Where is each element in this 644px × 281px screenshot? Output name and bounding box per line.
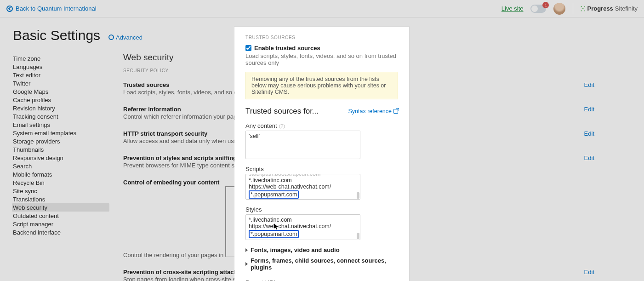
scripts-field: Scripts stackpath.bootstrapcdn.com *.liv…	[245, 166, 398, 200]
setting-title: Prevention of styles and scripts sniffin…	[123, 155, 251, 161]
styles-highlight: *.popupsmart.com	[249, 230, 299, 238]
trusted-title: Trusted sources for...	[245, 107, 319, 116]
trusted-sources-modal: TRUSTED SOURCES Enable trusted sources L…	[234, 27, 409, 281]
scripts-highlight: *.popupsmart.com	[249, 190, 299, 199]
edit-link[interactable]: Edit	[584, 81, 631, 88]
styles-label: Styles	[245, 206, 262, 213]
gear-icon	[108, 34, 114, 40]
sidebar-item-languages[interactable]: Languages	[13, 63, 109, 71]
chevron-right-icon	[245, 262, 248, 266]
back-label: Back to Quantum International	[16, 5, 97, 12]
dark-mode-toggle-wrap: 1	[530, 5, 546, 13]
styles-line: https://web-chat.nativechat.com/	[249, 223, 357, 229]
scripts-line: stackpath.bootstrapcdn.com	[249, 174, 357, 177]
sidebar-item-email-settings[interactable]: Email settings	[13, 120, 109, 129]
topbar: Back to Quantum International Live site …	[0, 0, 644, 17]
brand-icon: ⵘ	[581, 5, 585, 12]
report-url-label: Report URL	[245, 279, 277, 281]
styles-line: *.livechatinc.com	[249, 217, 357, 223]
scripts-textarea[interactable]: stackpath.bootstrapcdn.com *.livechatinc…	[245, 174, 360, 200]
page-title: Basic Settings	[13, 28, 100, 43]
sidebar-item-tracking-consent[interactable]: Tracking consent	[13, 112, 109, 120]
sidebar-item-google-maps[interactable]: Google Maps	[13, 87, 109, 96]
setting-desc: Prevent browsers for MIME type content s…	[123, 162, 251, 169]
report-url-field: Report URL (?)	[245, 279, 398, 281]
sidebar-item-twitter[interactable]: Twitter	[13, 79, 109, 87]
sidebar-item-web-security[interactable]: Web security	[12, 203, 109, 212]
help-icon[interactable]: (?)	[279, 123, 285, 129]
sidebar-item-translations[interactable]: Translations	[13, 195, 109, 203]
avatar[interactable]	[553, 3, 565, 15]
sidebar-item-thumbnails[interactable]: Thumbnails	[13, 145, 109, 154]
sidebar-item-revision-history[interactable]: Revision history	[13, 104, 109, 112]
expander-fonts-label: Fonts, images, video and audio	[251, 247, 340, 253]
scrollbar-thumb[interactable]	[357, 192, 359, 199]
any-content-label: Any content	[245, 122, 277, 129]
brand: ⵘ Progress Sitefinity	[581, 5, 638, 12]
enable-checkbox[interactable]	[245, 45, 251, 51]
sidebar-item-script-manager[interactable]: Script manager	[13, 220, 109, 228]
sidebar-item-time-zone[interactable]: Time zone	[13, 54, 109, 63]
scripts-label: Scripts	[245, 166, 264, 172]
syntax-reference-label: Syntax reference	[348, 108, 392, 115]
trusted-header: Trusted sources for... Syntax reference	[245, 107, 398, 116]
enable-label: Enable trusted sources	[254, 45, 320, 52]
scripts-line: https://web-chat.nativechat.com/	[249, 184, 357, 190]
styles-textarea[interactable]: *.livechatinc.com https://web-chat.nativ…	[245, 214, 360, 240]
topbar-right: Live site 1 ⵘ Progress Sitefinity	[502, 3, 638, 15]
sidebar-item-cache-profiles[interactable]: Cache profiles	[13, 96, 109, 104]
sidebar-item-mobile-formats[interactable]: Mobile formats	[13, 170, 109, 178]
enable-checkbox-row: Enable trusted sources	[245, 45, 398, 52]
warning-box: Removing any of the trusted sources from…	[245, 72, 398, 99]
sidebar-item-recycle-bin[interactable]: Recycle Bin	[13, 178, 109, 187]
brand-sitefinity: Sitefinity	[615, 5, 638, 12]
modal-heading: TRUSTED SOURCES	[245, 35, 398, 40]
cursor-icon	[274, 224, 279, 230]
sidebar-item-site-sync[interactable]: Site sync	[13, 187, 109, 195]
sidebar-item-search[interactable]: Search	[13, 162, 109, 170]
scrollbar-thumb[interactable]	[357, 233, 359, 239]
advanced-label: Advanced	[116, 34, 142, 41]
back-arrow-icon	[6, 6, 13, 12]
expander-forms-label: Forms, frames, child sources, connect so…	[251, 257, 398, 271]
separator	[573, 3, 573, 14]
styles-field: Styles *.livechatinc.com https://web-cha…	[245, 206, 398, 240]
edit-link[interactable]: Edit	[584, 269, 631, 275]
edit-link[interactable]: Edit	[584, 130, 631, 137]
advanced-link[interactable]: Advanced	[108, 34, 142, 41]
scripts-line: *.livechatinc.com	[249, 177, 357, 184]
sidebar-item-outdated-content[interactable]: Outdated content	[13, 212, 109, 220]
sidebar: Time zoneLanguagesText editorTwitterGoog…	[13, 48, 109, 281]
any-content-value: 'self'	[249, 133, 357, 139]
expander-fonts[interactable]: Fonts, images, video and audio	[245, 247, 398, 253]
enable-desc: Load scripts, styles, fonts, videos, and…	[245, 52, 398, 66]
edit-link[interactable]: Edit	[584, 106, 631, 113]
live-site-link[interactable]: Live site	[502, 5, 524, 12]
sidebar-item-text-editor[interactable]: Text editor	[13, 71, 109, 79]
chevron-right-icon	[245, 248, 248, 252]
back-link[interactable]: Back to Quantum International	[6, 5, 97, 12]
any-content-textarea[interactable]: 'self'	[245, 131, 360, 159]
any-content-field: Any content (?) 'self'	[245, 122, 398, 159]
edit-link[interactable]: Edit	[584, 155, 631, 161]
sidebar-item-responsive-design[interactable]: Responsive design	[13, 154, 109, 162]
sidebar-item-system-email-templates[interactable]: System email templates	[13, 129, 109, 137]
notification-badge[interactable]: 1	[542, 2, 549, 8]
sidebar-item-storage-providers[interactable]: Storage providers	[13, 137, 109, 145]
brand-progress: Progress	[587, 5, 613, 12]
sidebar-item-backend-interface[interactable]: Backend interface	[13, 228, 109, 236]
expander-forms[interactable]: Forms, frames, child sources, connect so…	[245, 257, 398, 271]
syntax-reference-link[interactable]: Syntax reference	[348, 108, 399, 115]
external-link-icon	[393, 109, 398, 114]
